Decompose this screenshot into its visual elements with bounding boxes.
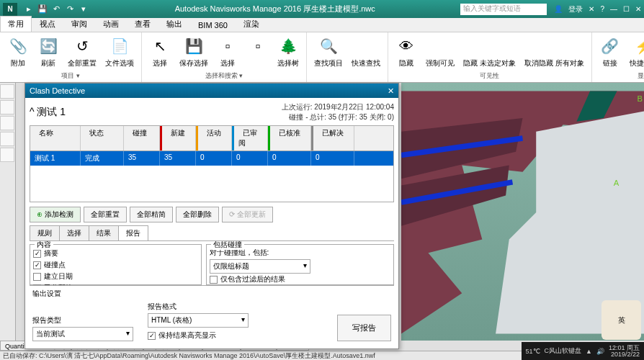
svg-text:A: A: [614, 179, 620, 187]
ribbon-button[interactable]: ↖选择: [145, 34, 175, 70]
column-header[interactable]: 名称: [30, 126, 81, 150]
tray-icon[interactable]: ▲: [586, 348, 592, 355]
report-type-select[interactable]: 当前测试: [32, 327, 133, 341]
column-header[interactable]: 已核准: [268, 126, 311, 150]
system-tray: 51℃ C风山软键盘 ▲ 🔊 12:01 周五 2019/2/22: [522, 342, 644, 360]
close-icon[interactable]: ✕: [635, 5, 641, 13]
column-header[interactable]: 碰撞: [124, 126, 160, 150]
login-link[interactable]: 登录: [568, 4, 583, 14]
search-input[interactable]: 输入关键字或短语: [460, 4, 547, 15]
report-format-select[interactable]: HTML (表格): [148, 313, 249, 328]
qat-more-icon[interactable]: ▾: [78, 4, 89, 15]
clash-detective-panel: Clash Detective ✕ ^ 测试 1 上次运行: 2019年2月22…: [24, 83, 399, 349]
subtab[interactable]: 规则: [30, 225, 60, 240]
panel-close-icon[interactable]: ✕: [388, 86, 394, 96]
table-row[interactable]: 测试 1完成35350000: [30, 151, 393, 166]
column-header[interactable]: 活动: [196, 126, 232, 150]
cell: 0: [311, 151, 354, 166]
qat-redo-icon[interactable]: ↷: [64, 4, 76, 15]
user-area: 👤 登录 ✕ ? — ☐ ✕: [554, 4, 641, 14]
ribbon-button[interactable]: ▫选择: [213, 34, 243, 70]
ribbon-tab[interactable]: 常用: [0, 16, 32, 32]
ribbon-button[interactable]: ⚡快捷特性: [625, 34, 644, 70]
column-header[interactable]: 已解决: [311, 126, 354, 150]
checkbox[interactable]: [33, 261, 41, 269]
action-button[interactable]: 全部删除: [176, 207, 219, 222]
action-button[interactable]: ⟳ 全部更新: [222, 207, 273, 222]
ribbon-button[interactable]: 🔄刷新: [33, 34, 63, 70]
ribbon-button[interactable]: 🔗链接: [595, 34, 625, 70]
ribbon-button[interactable]: ↺全部重置: [63, 34, 101, 70]
checkbox[interactable]: [33, 250, 41, 258]
qat-open-icon[interactable]: ▸: [23, 4, 35, 15]
test-info: 上次运行: 2019年2月22日 12:00:04 碰撞 - 总计: 35 (打…: [282, 102, 394, 122]
max-icon[interactable]: ☐: [623, 5, 630, 13]
content-fieldset: 内容 摘要碰撞点建立日期已分配给核准日期核准者层名称项目路径项目 ID: [30, 244, 202, 285]
tool-btn[interactable]: [0, 148, 14, 162]
min-icon[interactable]: —: [610, 5, 617, 13]
ribbon-button[interactable]: 💾保存选择: [175, 34, 213, 70]
ribbon-button[interactable]: 快速查找: [347, 34, 385, 70]
column-header[interactable]: 已审阅: [232, 126, 268, 150]
tool-btn[interactable]: [0, 132, 14, 146]
tool-btn[interactable]: [0, 100, 14, 114]
ribbon-tab[interactable]: 动画: [95, 16, 127, 32]
left-toolbar: [0, 83, 16, 342]
ribbon-button[interactable]: 🔍查找项目: [310, 34, 347, 70]
write-report-button[interactable]: 写报告: [337, 315, 391, 341]
cell: 测试 1: [30, 151, 81, 166]
tool-btn[interactable]: [0, 116, 14, 130]
output-settings: 输出设置 报告类型 当前测试 报告格式 HTML (表格) 保持结果高亮显示 写…: [30, 285, 394, 344]
svg-text:B: B: [638, 94, 643, 103]
action-button[interactable]: ⊕ 添加检测: [30, 207, 81, 222]
cell: 0: [232, 151, 268, 166]
status-text: 已自动保存: C:\Users\漓 清七七\AppData\Roaming\Au…: [3, 351, 375, 361]
subtab[interactable]: 结果: [89, 225, 119, 240]
ribbon-button[interactable]: 🌲选择树: [273, 34, 303, 70]
app-icon: N: [3, 3, 17, 16]
ribbon-tab[interactable]: 查看: [127, 16, 158, 32]
qat-save-icon[interactable]: 💾: [37, 4, 48, 15]
help-icon[interactable]: ?: [600, 5, 604, 13]
ribbon-tab[interactable]: 审阅: [63, 16, 95, 32]
tray-icon[interactable]: 🔊: [596, 348, 604, 355]
ribbon-button[interactable]: ▫: [243, 34, 273, 70]
viewport[interactable]: B A Clash Detective ✕ ^ 测试 1 上次运行: 2019年…: [16, 83, 644, 342]
test-name-header: ^ 测试 1: [30, 106, 66, 119]
ribbon-button[interactable]: 隐藏 未选定对象: [459, 34, 520, 70]
panel-titlebar[interactable]: Clash Detective ✕: [25, 84, 398, 98]
ribbon-button[interactable]: 强制可见: [421, 34, 459, 70]
ribbon-button[interactable]: 👁隐藏: [391, 34, 421, 70]
ribbon-button[interactable]: 取消隐藏 所有对象: [520, 34, 589, 70]
checkbox[interactable]: [33, 284, 41, 286]
checkbox[interactable]: [33, 273, 41, 281]
user-icon[interactable]: 👤: [554, 5, 563, 13]
panel-title: Clash Detective: [30, 86, 85, 95]
ribbon-tab[interactable]: 输出: [158, 16, 190, 32]
subtab[interactable]: 选择: [59, 225, 89, 240]
include-select[interactable]: 仅限组标题: [210, 259, 310, 274]
ime-avatar[interactable]: 英: [601, 300, 641, 340]
preserve-checkbox[interactable]: [148, 332, 156, 340]
column-header[interactable]: 新建: [160, 126, 196, 150]
temp-indicator[interactable]: 51℃: [526, 348, 540, 355]
ribbon-tab[interactable]: 渲染: [236, 16, 267, 32]
cell: 35: [124, 151, 160, 166]
ribbon-tab[interactable]: BIM 360: [190, 18, 236, 32]
ribbon-tab[interactable]: 视点: [32, 16, 63, 32]
column-header[interactable]: 状态: [81, 126, 124, 150]
action-button[interactable]: 全部精简: [130, 207, 173, 222]
subtab[interactable]: 报告: [118, 225, 148, 240]
action-button[interactable]: 全部重置: [84, 207, 127, 222]
filter-checkbox[interactable]: [210, 276, 218, 284]
close-cross-icon[interactable]: ✕: [589, 5, 594, 13]
ribbon-button[interactable]: 📄文件选项: [101, 34, 138, 70]
cell: 完成: [81, 151, 124, 166]
tool-btn[interactable]: [0, 84, 14, 99]
ribbon: 📎附加🔄刷新↺全部重置📄文件选项项目 ▾↖选择💾保存选择▫选择▫🌲选择树选择和搜…: [0, 32, 644, 83]
include-fieldset: 包括碰撞 对于碰撞组，包括: 仅限组标题 仅包含过滤后的结果 包括以下状态: 新…: [206, 244, 394, 285]
ime-indicator[interactable]: C风山软键盘: [545, 346, 582, 356]
ribbon-button[interactable]: 📎附加: [3, 34, 33, 70]
cell: 35: [160, 151, 196, 166]
qat-undo-icon[interactable]: ↶: [50, 4, 62, 15]
